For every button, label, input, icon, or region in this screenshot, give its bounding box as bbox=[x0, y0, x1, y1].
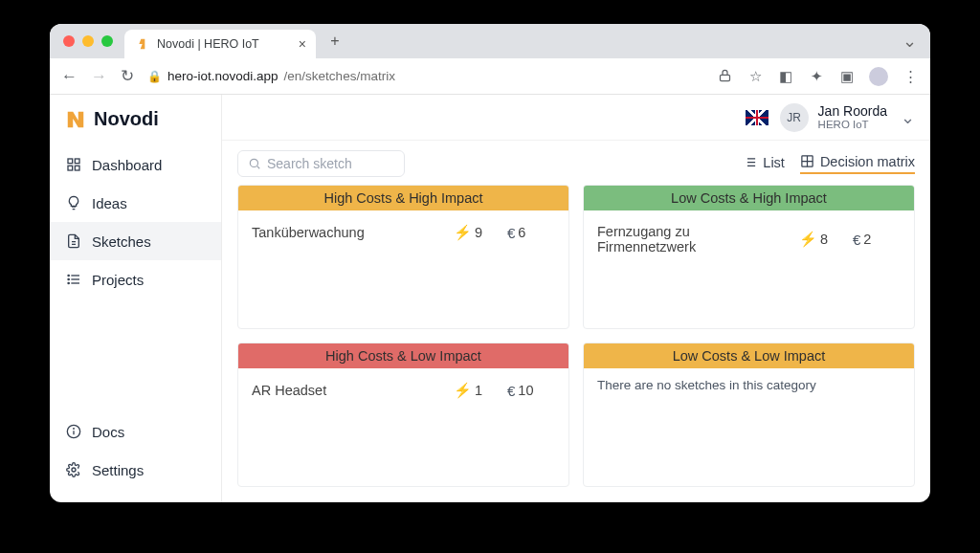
svg-line-16 bbox=[257, 166, 260, 169]
view-toggle: List Decision matrix bbox=[743, 154, 915, 174]
lightbulb-icon bbox=[65, 194, 82, 211]
quadrant-high-cost-high-impact: High Costs & High Impact Tanküberwachung… bbox=[237, 185, 569, 329]
browser-toolbar: ← → ↻ 🔒 hero-iot.novodi.app/en/sketches/… bbox=[50, 58, 930, 95]
close-window-icon[interactable] bbox=[63, 35, 75, 47]
grid-icon bbox=[65, 156, 82, 173]
url-path: /en/sketches/matrix bbox=[284, 69, 395, 83]
main-content: JR Jan Roorda HERO IoT ⌄ Search sketch bbox=[222, 95, 930, 502]
search-icon bbox=[248, 157, 261, 170]
sidebar-item-label: Settings bbox=[92, 462, 144, 478]
reload-icon[interactable]: ↻ bbox=[121, 68, 134, 84]
extensions-puzzle-icon[interactable]: ✦ bbox=[808, 68, 825, 85]
cost-value: 10 bbox=[518, 383, 533, 398]
sketch-row[interactable]: AR Headset ⚡1 €10 bbox=[252, 378, 555, 403]
document-icon bbox=[65, 232, 82, 250]
svg-point-10 bbox=[68, 282, 69, 283]
share-icon[interactable] bbox=[716, 68, 733, 85]
quadrant-low-cost-high-impact: Low Costs & High Impact Fernzugang zu Fi… bbox=[583, 185, 915, 329]
quadrant-low-cost-low-impact: Low Costs & Low Impact There are no sket… bbox=[583, 343, 915, 487]
browser-tabstrip: Novodi | HERO IoT × + ⌄ bbox=[50, 24, 930, 58]
sidebar-item-settings[interactable]: Settings bbox=[50, 451, 221, 489]
tab-favicon-icon bbox=[134, 36, 149, 52]
euro-icon: € bbox=[853, 232, 860, 248]
fullscreen-window-icon[interactable] bbox=[101, 35, 113, 47]
browser-window: Novodi | HERO IoT × + ⌄ ← → ↻ 🔒 hero-iot… bbox=[50, 24, 930, 502]
impact-icon: ⚡ bbox=[454, 382, 472, 399]
impact-value: 1 bbox=[475, 383, 482, 398]
sidebar-item-sketches[interactable]: Sketches bbox=[50, 222, 221, 260]
list-view-icon bbox=[743, 155, 757, 169]
tab-title: Novodi | HERO IoT bbox=[157, 37, 291, 51]
close-tab-icon[interactable]: × bbox=[299, 36, 306, 52]
lock-icon: 🔒 bbox=[147, 70, 162, 83]
new-tab-button[interactable]: + bbox=[322, 28, 348, 55]
svg-rect-0 bbox=[720, 75, 729, 80]
impact-value: 8 bbox=[820, 232, 828, 247]
svg-rect-4 bbox=[75, 166, 79, 170]
kebab-menu-icon[interactable]: ⋮ bbox=[902, 68, 919, 85]
view-matrix-button[interactable]: Decision matrix bbox=[800, 154, 915, 174]
view-list-label: List bbox=[763, 155, 785, 170]
minimize-window-icon[interactable] bbox=[82, 35, 94, 47]
user-org: HERO IoT bbox=[818, 119, 887, 130]
sidebar-item-label: Sketches bbox=[92, 233, 151, 250]
search-input[interactable]: Search sketch bbox=[237, 150, 405, 177]
sidebar: Novodi Dashboard Ideas bbox=[50, 95, 222, 502]
cost-value: 6 bbox=[518, 225, 525, 240]
empty-state-text: There are no sketches in this category bbox=[597, 378, 901, 392]
search-placeholder: Search sketch bbox=[267, 156, 352, 171]
view-list-button[interactable]: List bbox=[743, 154, 785, 174]
sidebar-item-dashboard[interactable]: Dashboard bbox=[50, 145, 221, 184]
topbar: JR Jan Roorda HERO IoT ⌄ bbox=[222, 95, 930, 141]
tabs-dropdown-icon[interactable]: ⌄ bbox=[902, 31, 923, 52]
url-host: hero-iot.novodi.app bbox=[167, 69, 278, 83]
quadrant-heading: High Costs & High Impact bbox=[238, 186, 568, 210]
svg-point-14 bbox=[72, 468, 76, 472]
back-icon[interactable]: ← bbox=[61, 68, 78, 84]
impact-icon: ⚡ bbox=[799, 231, 817, 248]
svg-rect-2 bbox=[75, 159, 79, 164]
list-icon bbox=[65, 271, 82, 288]
svg-point-13 bbox=[74, 429, 75, 430]
sidebar-item-label: Projects bbox=[92, 272, 144, 288]
address-bar[interactable]: 🔒 hero-iot.novodi.app/en/sketches/matrix bbox=[147, 69, 702, 83]
controls-row: Search sketch List Decision matrix bbox=[222, 141, 930, 185]
svg-point-9 bbox=[68, 278, 69, 279]
browser-tab[interactable]: Novodi | HERO IoT × bbox=[124, 30, 316, 58]
impact-value: 9 bbox=[475, 225, 482, 240]
sidebar-item-label: Docs bbox=[92, 424, 124, 440]
matrix-view-icon bbox=[800, 154, 814, 168]
sidebar-item-docs[interactable]: Docs bbox=[50, 412, 221, 451]
sidebar-item-label: Dashboard bbox=[92, 157, 162, 173]
brand-name: Novodi bbox=[94, 108, 159, 130]
impact-icon: ⚡ bbox=[454, 224, 472, 241]
quadrant-high-cost-low-impact: High Costs & Low Impact AR Headset ⚡1 €1… bbox=[237, 343, 569, 487]
window-controls[interactable] bbox=[63, 35, 113, 47]
app-root: Novodi Dashboard Ideas bbox=[50, 95, 930, 502]
sidebar-footer: Docs Settings bbox=[50, 412, 221, 489]
sketch-row[interactable]: Tanküberwachung ⚡9 €6 bbox=[252, 220, 555, 245]
euro-icon: € bbox=[507, 383, 515, 399]
sidebar-item-projects[interactable]: Projects bbox=[50, 260, 221, 299]
sketch-row[interactable]: Fernzugang zu Firmennetzwerk ⚡8 €2 bbox=[597, 220, 901, 258]
svg-point-8 bbox=[68, 275, 69, 276]
profile-avatar-icon[interactable] bbox=[869, 67, 888, 86]
extension-icon[interactable]: ◧ bbox=[777, 68, 794, 85]
quadrant-heading: Low Costs & Low Impact bbox=[584, 343, 914, 368]
info-icon bbox=[65, 423, 82, 440]
sidebar-item-ideas[interactable]: Ideas bbox=[50, 184, 221, 222]
decision-matrix: High Costs & High Impact Tanküberwachung… bbox=[222, 185, 930, 502]
brand[interactable]: Novodi bbox=[50, 108, 221, 140]
chevron-down-icon: ⌄ bbox=[897, 107, 915, 128]
sketch-title: Tanküberwachung bbox=[252, 225, 446, 240]
language-flag-icon[interactable] bbox=[746, 110, 768, 125]
bookmark-icon[interactable]: ☆ bbox=[746, 68, 764, 85]
svg-rect-1 bbox=[68, 159, 73, 164]
gear-icon bbox=[65, 461, 82, 478]
forward-icon[interactable]: → bbox=[91, 68, 107, 84]
extension2-icon[interactable]: ▣ bbox=[838, 68, 856, 85]
user-menu[interactable]: JR Jan Roorda HERO IoT ⌄ bbox=[780, 103, 915, 132]
sidebar-item-label: Ideas bbox=[92, 195, 127, 211]
sidebar-nav: Dashboard Ideas Sketches bbox=[50, 145, 221, 299]
cost-value: 2 bbox=[863, 232, 871, 247]
